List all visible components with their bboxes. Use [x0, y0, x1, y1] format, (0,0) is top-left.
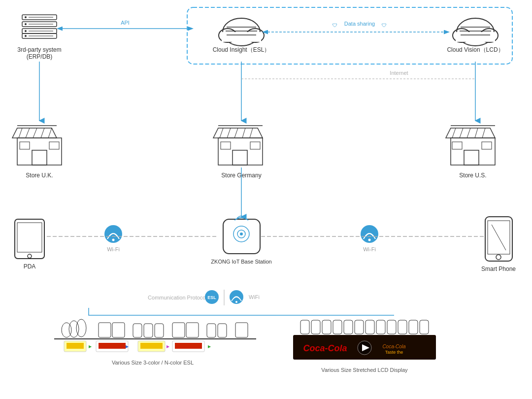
svg-text:(ERP/DB): (ERP/DB) [27, 53, 53, 60]
svg-line-56 [220, 128, 223, 138]
svg-line-44 [19, 128, 22, 138]
svg-text:▶: ▶ [208, 344, 211, 349]
svg-text:ESL: ESL [207, 295, 216, 300]
svg-text:🛡: 🛡 [332, 23, 337, 28]
svg-rect-49 [32, 150, 47, 165]
svg-rect-73 [464, 150, 479, 165]
svg-text:Store U.S.: Store U.S. [459, 172, 486, 179]
svg-point-7 [25, 35, 27, 37]
svg-rect-145 [409, 320, 418, 334]
svg-rect-120 [235, 323, 248, 337]
svg-point-89 [237, 230, 245, 238]
svg-point-93 [368, 239, 371, 241]
svg-point-88 [233, 226, 249, 242]
svg-point-98 [496, 255, 501, 260]
svg-line-58 [234, 128, 238, 138]
svg-point-105 [230, 290, 243, 304]
svg-rect-80 [17, 223, 42, 252]
svg-rect-114 [144, 324, 153, 337]
svg-point-109 [69, 321, 79, 337]
svg-rect-128 [172, 341, 204, 352]
svg-point-90 [240, 233, 243, 235]
svg-rect-63 [250, 142, 260, 149]
svg-line-46 [33, 128, 37, 138]
svg-point-92 [361, 225, 378, 243]
svg-text:Wi-Fi: Wi-Fi [363, 246, 376, 252]
svg-rect-146 [420, 320, 429, 334]
svg-rect-119 [218, 324, 227, 337]
architecture-diagram: 3rd-party system (ERP/DB) API Cloud Insi… [0, 0, 532, 399]
svg-text:▶: ▶ [89, 344, 92, 349]
svg-rect-125 [99, 343, 126, 349]
svg-text:Coca-Cola: Coca-Cola [303, 343, 347, 353]
svg-text:ZKONG IoT Base Station: ZKONG IoT Base Station [211, 259, 271, 265]
svg-line-68 [452, 128, 456, 138]
svg-line-99 [492, 225, 506, 250]
svg-rect-2 [22, 29, 57, 33]
svg-text:🛡: 🛡 [382, 23, 387, 28]
svg-rect-136 [311, 320, 320, 334]
svg-rect-139 [344, 320, 353, 334]
svg-rect-124 [96, 341, 128, 352]
svg-point-106 [235, 301, 237, 303]
svg-point-81 [28, 254, 32, 258]
svg-marker-55 [213, 128, 263, 138]
svg-line-57 [227, 128, 231, 138]
svg-point-17 [223, 18, 260, 46]
svg-rect-87 [223, 219, 260, 254]
svg-line-72 [482, 128, 485, 138]
svg-rect-50 [20, 142, 30, 149]
svg-marker-43 [12, 128, 57, 138]
svg-point-108 [62, 323, 71, 337]
svg-text:Coca-Cola: Coca-Cola [382, 344, 406, 349]
svg-rect-62 [221, 142, 231, 149]
svg-text:Store Germany: Store Germany [221, 172, 261, 179]
svg-text:Various Size 3-color / N-color: Various Size 3-color / N-color ESL [112, 360, 194, 366]
svg-rect-111 [99, 323, 111, 337]
svg-text:API: API [121, 20, 130, 26]
svg-line-47 [41, 128, 44, 138]
svg-rect-137 [322, 320, 331, 334]
svg-rect-97 [488, 221, 510, 254]
svg-rect-51 [49, 142, 59, 149]
svg-text:▶: ▶ [166, 344, 170, 349]
svg-rect-79 [15, 219, 44, 259]
svg-rect-129 [175, 343, 202, 349]
svg-point-102 [205, 290, 219, 304]
svg-rect-96 [485, 217, 512, 261]
svg-text:Various Size Stretched LCD Dis: Various Size Stretched LCD Display [321, 367, 408, 373]
svg-point-6 [25, 30, 27, 32]
svg-rect-0 [22, 15, 57, 20]
svg-rect-140 [355, 320, 364, 334]
svg-rect-20 [222, 32, 261, 42]
svg-rect-123 [66, 343, 84, 349]
svg-rect-127 [140, 343, 163, 349]
svg-point-149 [358, 341, 371, 355]
svg-line-48 [48, 128, 52, 138]
svg-rect-142 [376, 320, 385, 334]
svg-text:3rd-party system: 3rd-party system [17, 46, 61, 53]
svg-point-5 [25, 23, 27, 25]
svg-rect-32 [456, 32, 495, 42]
svg-rect-61 [233, 150, 247, 165]
svg-point-110 [76, 319, 86, 337]
svg-text:Store U.K.: Store U.K. [26, 172, 53, 179]
svg-text:Data sharing: Data sharing [344, 21, 375, 27]
svg-point-30 [453, 29, 470, 42]
svg-rect-122 [64, 341, 86, 352]
svg-line-71 [475, 128, 478, 138]
svg-rect-66 [451, 138, 495, 165]
svg-rect-75 [482, 142, 492, 149]
svg-text:Communication Protocol: Communication Protocol [148, 295, 207, 300]
svg-text:Cloud Insight（ESL）: Cloud Insight（ESL） [213, 46, 270, 53]
svg-marker-150 [362, 344, 369, 351]
svg-text:WiFi: WiFi [249, 294, 260, 300]
svg-rect-3 [22, 33, 57, 38]
svg-point-83 [104, 225, 122, 243]
svg-line-45 [26, 128, 30, 138]
svg-rect-143 [387, 320, 396, 334]
svg-rect-113 [133, 324, 142, 337]
svg-rect-135 [300, 320, 309, 334]
svg-rect-54 [218, 138, 263, 165]
svg-line-60 [250, 128, 253, 138]
